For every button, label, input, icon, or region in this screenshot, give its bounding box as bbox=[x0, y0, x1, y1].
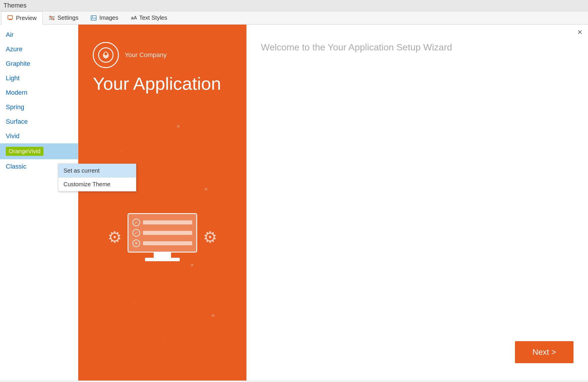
monitor-bar-2 bbox=[143, 231, 192, 235]
svg-rect-5 bbox=[50, 16, 51, 17]
svg-text:aA: aA bbox=[131, 15, 137, 20]
context-menu-customize-theme[interactable]: Customize Theme bbox=[58, 178, 136, 191]
monitor-bar-3 bbox=[143, 241, 192, 245]
theme-item-light[interactable]: Light bbox=[0, 71, 78, 85]
sidebar: Air Azure Graphite Light Modern Spring S… bbox=[0, 25, 78, 381]
preview-illustration: ✕ · ✕ · ✕ · ✕ · ⚙ ✓ bbox=[93, 111, 232, 363]
tab-preview[interactable]: Preview bbox=[1, 11, 43, 25]
svg-rect-8 bbox=[91, 16, 96, 20]
images-icon bbox=[90, 15, 97, 21]
context-menu: Set as current Customize Theme bbox=[58, 164, 136, 191]
main-content: Air Azure Graphite Light Modern Spring S… bbox=[0, 25, 588, 381]
next-button[interactable]: Next > bbox=[515, 341, 574, 363]
monitor-base bbox=[145, 258, 180, 261]
theme-item-graphite[interactable]: Graphite bbox=[0, 56, 78, 71]
preview-left-panel: Your Company Your Application ✕ · ✕ · ✕ … bbox=[78, 25, 246, 381]
welcome-text: Welcome to the Your Application Setup Wi… bbox=[261, 42, 452, 53]
monitor-stand bbox=[154, 253, 171, 258]
preview-icon bbox=[7, 15, 14, 21]
tab-images[interactable]: Images bbox=[84, 11, 124, 24]
close-button[interactable]: × bbox=[578, 28, 582, 37]
svg-rect-7 bbox=[53, 19, 54, 20]
monitor-container: ⚙ ✓ ✓ ✕ bbox=[108, 213, 217, 261]
tab-settings-label: Settings bbox=[57, 14, 78, 21]
selected-theme-label: OrangeVivid bbox=[6, 147, 43, 156]
text-styles-icon: aA bbox=[130, 15, 137, 21]
preview-area: × Your Company Your Application bbox=[78, 25, 588, 381]
theme-item-azure[interactable]: Azure bbox=[0, 42, 78, 56]
theme-item-spring[interactable]: Spring bbox=[0, 100, 78, 114]
company-logo bbox=[93, 42, 119, 68]
tab-text-styles-label: Text Styles bbox=[139, 14, 167, 21]
tab-text-styles[interactable]: aA Text Styles bbox=[124, 11, 173, 24]
dot: ✕ bbox=[204, 187, 208, 192]
dot: · bbox=[162, 338, 164, 343]
theme-item-vivid[interactable]: Vivid bbox=[0, 129, 78, 143]
dot: ✕ bbox=[211, 313, 215, 318]
tab-settings[interactable]: Settings bbox=[43, 11, 84, 24]
tab-bar: Preview Settings Images a bbox=[0, 11, 588, 25]
monitor-bar-1 bbox=[143, 220, 192, 224]
context-menu-set-as-current[interactable]: Set as current bbox=[58, 164, 136, 178]
app-name: Your Application bbox=[93, 74, 221, 94]
title-bar: Themes bbox=[0, 0, 588, 11]
cross-icon: ✕ bbox=[133, 240, 140, 247]
window-title: Themes bbox=[3, 2, 26, 9]
svg-rect-4 bbox=[49, 19, 55, 20]
dot: ✕ bbox=[176, 124, 180, 129]
dot: · bbox=[121, 149, 122, 154]
gear-left-icon: ⚙ bbox=[108, 228, 122, 246]
check-icon-2: ✓ bbox=[133, 229, 140, 237]
company-name: Your Company bbox=[125, 51, 167, 59]
tab-images-label: Images bbox=[99, 14, 118, 21]
theme-item-surface[interactable]: Surface bbox=[0, 114, 78, 129]
svg-rect-6 bbox=[51, 17, 52, 19]
check-icon-1: ✓ bbox=[133, 219, 140, 226]
monitor: ✓ ✓ ✕ bbox=[128, 213, 197, 261]
settings-icon bbox=[49, 15, 55, 21]
svg-rect-1 bbox=[9, 19, 12, 20]
tab-preview-label: Preview bbox=[16, 15, 37, 21]
monitor-screen: ✓ ✓ ✕ bbox=[128, 213, 197, 253]
dot: ✕ bbox=[190, 262, 194, 268]
dot: · bbox=[135, 300, 136, 305]
theme-item-orangevivid[interactable]: OrangeVivid bbox=[0, 143, 78, 159]
theme-item-modern[interactable]: Modern bbox=[0, 85, 78, 100]
company-text: Your Company bbox=[125, 51, 167, 59]
preview-right-panel: Welcome to the Your Application Setup Wi… bbox=[246, 25, 588, 381]
svg-rect-0 bbox=[8, 16, 12, 19]
company-header: Your Company bbox=[93, 42, 167, 68]
svg-point-9 bbox=[92, 17, 93, 18]
monitor-row-3: ✕ bbox=[133, 240, 192, 247]
svg-point-12 bbox=[104, 52, 107, 55]
monitor-row-2: ✓ bbox=[133, 229, 192, 237]
monitor-row-1: ✓ bbox=[133, 219, 192, 226]
gear-right-icon: ⚙ bbox=[203, 228, 217, 246]
theme-item-air[interactable]: Air bbox=[0, 28, 78, 42]
